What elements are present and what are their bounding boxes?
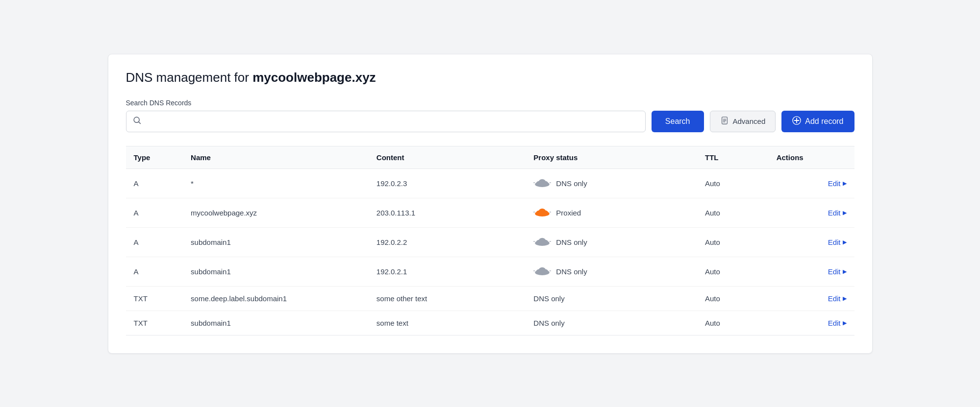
edit-link[interactable]: Edit ▶ [828,238,847,246]
cell-content: some text [369,311,526,335]
edit-label: Edit [828,238,841,246]
edit-label: Edit [828,267,841,276]
cell-type: A [126,227,183,257]
edit-label: Edit [828,179,841,188]
edit-label: Edit [828,319,841,327]
proxy-status-label: DNS only [533,294,564,303]
edit-label: Edit [828,294,841,303]
cell-proxy-status: Proxied [526,198,697,227]
cell-content: some other text [369,286,526,311]
svg-point-18 [539,208,546,215]
cell-type: TXT [126,286,183,311]
svg-point-30 [539,267,546,273]
cell-content: 192.0.2.1 [369,257,526,286]
page-title: DNS management for mycoolwebpage.xyz [126,70,854,85]
edit-link[interactable]: Edit ▶ [828,267,847,276]
add-record-button[interactable]: Add record [781,111,854,132]
edit-arrow-icon: ▶ [843,210,847,216]
table-header-row: Type Name Content Proxy status TTL Actio… [126,146,854,168]
cell-type: A [126,168,183,198]
table-row: Asubdomain1192.0.2.2 [126,227,854,257]
cell-ttl: Auto [697,311,769,335]
cell-proxy-status: DNS only [526,311,697,335]
cell-proxy-status: DNS only [526,286,697,311]
cell-actions: Edit ▶ [769,286,854,311]
table-row: TXTsome.deep.label.subdomain1some other … [126,286,854,311]
cell-actions: Edit ▶ [769,311,854,335]
advanced-button[interactable]: Advanced [710,111,776,132]
cell-name: * [183,168,369,198]
cell-ttl: Auto [697,168,769,198]
cell-actions: Edit ▶ [769,257,854,286]
edit-arrow-icon: ▶ [843,268,847,275]
cell-name: subdomain1 [183,311,369,335]
edit-link[interactable]: Edit ▶ [828,209,847,217]
plus-icon [792,116,801,127]
cell-ttl: Auto [697,227,769,257]
table-row: Amycoolwebpage.xyz203.0.113.1 [126,198,854,227]
search-input[interactable] [126,111,646,132]
cell-content: 203.0.113.1 [369,198,526,227]
col-header-type: Type [126,146,183,168]
col-header-content: Content [369,146,526,168]
cell-name: some.deep.label.subdomain1 [183,286,369,311]
cell-type: A [126,198,183,227]
col-header-ttl: TTL [697,146,769,168]
cell-proxy-status: DNS only [526,257,697,286]
cell-ttl: Auto [697,286,769,311]
search-input-wrapper [126,111,646,132]
cell-ttl: Auto [697,198,769,227]
edit-link[interactable]: Edit ▶ [828,179,847,188]
proxy-status-label: DNS only [533,319,564,327]
dns-management-card: DNS management for mycoolwebpage.xyz Sea… [108,54,873,354]
search-button[interactable]: Search [652,111,704,132]
edit-link[interactable]: Edit ▶ [828,294,847,303]
col-header-actions: Actions [769,146,854,168]
cell-ttl: Auto [697,257,769,286]
edit-arrow-icon: ▶ [843,180,847,187]
cloud-dns-only-icon [533,236,551,249]
proxy-status-label: DNS only [556,267,587,276]
cell-content: 192.0.2.2 [369,227,526,257]
cell-type: A [126,257,183,286]
advanced-doc-icon [720,116,729,127]
edit-arrow-icon: ▶ [843,239,847,245]
edit-arrow-icon: ▶ [843,320,847,326]
search-row: Search Advanced Add record [126,111,854,132]
table-row: TXTsubdomain1some textDNS onlyAuto Edit … [126,311,854,335]
search-label: Search DNS Records [126,99,854,107]
cell-type: TXT [126,311,183,335]
cell-actions: Edit ▶ [769,198,854,227]
proxy-status-label: Proxied [556,209,581,217]
dns-table: Type Name Content Proxy status TTL Actio… [126,146,854,335]
cell-content: 192.0.2.3 [369,168,526,198]
proxy-status-label: DNS only [556,238,587,246]
table-row: A*192.0.2.3 D [126,168,854,198]
cell-name: subdomain1 [183,227,369,257]
cell-proxy-status: DNS only [526,168,697,198]
svg-point-24 [539,238,546,244]
cell-actions: Edit ▶ [769,227,854,257]
edit-arrow-icon: ▶ [843,295,847,302]
cloud-dns-only-icon [533,177,551,190]
edit-link[interactable]: Edit ▶ [828,319,847,327]
cell-actions: Edit ▶ [769,168,854,198]
cell-name: mycoolwebpage.xyz [183,198,369,227]
cloud-proxied-icon [533,206,551,219]
svg-point-12 [539,179,546,185]
edit-label: Edit [828,209,841,217]
cloud-dns-only-icon [533,265,551,278]
cell-name: subdomain1 [183,257,369,286]
cell-proxy-status: DNS only [526,227,697,257]
proxy-status-label: DNS only [556,179,587,188]
table-row: Asubdomain1192.0.2.1 [126,257,854,286]
col-header-proxy: Proxy status [526,146,697,168]
col-header-name: Name [183,146,369,168]
